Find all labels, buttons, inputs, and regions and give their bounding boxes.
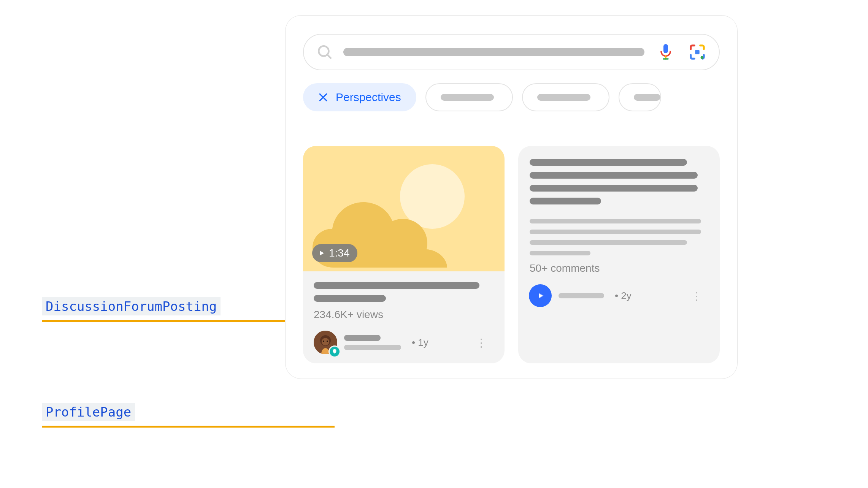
video-duration-text: 1:34	[329, 247, 350, 259]
chip-placeholder-1[interactable]	[425, 83, 513, 111]
result-cards: 1:34 234.6K+ views	[303, 146, 720, 363]
annotation-profile: ProfilePage	[42, 403, 135, 421]
title-line-1	[314, 282, 479, 289]
source-icon[interactable]	[529, 284, 552, 307]
post-title-4	[530, 198, 601, 204]
source-play-icon	[535, 290, 546, 301]
post-title-3	[530, 185, 698, 192]
search-bar[interactable]	[303, 34, 720, 70]
search-results-mock: Perspectives	[285, 15, 738, 379]
chip-perspectives-label: Perspectives	[336, 91, 401, 104]
mic-icon[interactable]	[659, 43, 673, 61]
post-title-1	[530, 159, 687, 166]
source-row: • 2y ⋮	[518, 274, 720, 307]
divider	[286, 129, 737, 129]
source-name	[559, 293, 604, 298]
post-body-4	[530, 251, 590, 255]
svg-rect-5	[695, 50, 700, 54]
lens-icon[interactable]	[689, 43, 706, 61]
creator-avatar[interactable]	[314, 331, 337, 354]
svg-rect-2	[663, 44, 668, 53]
play-icon	[318, 250, 325, 257]
result-card-post[interactable]: 50+ comments • 2y	[518, 146, 720, 363]
more-icon[interactable]: ⋮	[476, 336, 494, 349]
close-icon[interactable]	[318, 92, 328, 102]
post-body-3	[530, 240, 687, 245]
svg-point-13	[327, 341, 328, 342]
chip-perspectives[interactable]: Perspectives	[303, 83, 416, 111]
verified-badge-icon	[330, 347, 340, 356]
result-card-video[interactable]: 1:34 234.6K+ views	[303, 146, 505, 363]
creator-row: • 1y ⋮	[303, 321, 505, 354]
post-body-1	[530, 219, 701, 223]
more-icon-2[interactable]: ⋮	[691, 289, 709, 303]
annotation-discussion: DiscussionForumPosting	[42, 297, 221, 315]
post-body-2	[530, 230, 701, 234]
video-duration-badge: 1:34	[312, 244, 357, 262]
annotation-profile-label: ProfilePage	[42, 403, 135, 421]
chip-placeholder-3[interactable]	[619, 83, 661, 111]
creator-name	[344, 335, 401, 350]
annotation-discussion-label: DiscussionForumPosting	[42, 297, 221, 315]
search-query-placeholder	[343, 48, 644, 56]
comment-count: 50+ comments	[530, 262, 708, 274]
search-icon	[317, 44, 333, 60]
svg-point-11	[322, 338, 329, 345]
post-age: • 1y	[412, 337, 428, 349]
svg-point-12	[323, 341, 324, 342]
video-views: 234.6K+ views	[314, 309, 494, 321]
svg-line-1	[327, 55, 331, 58]
title-line-2	[314, 295, 386, 302]
svg-point-6	[701, 56, 704, 59]
post-age-2: • 2y	[615, 290, 632, 302]
post-title-2	[530, 172, 698, 179]
filter-chips: Perspectives	[303, 83, 720, 111]
video-thumbnail: 1:34	[303, 146, 505, 271]
chip-placeholder-2[interactable]	[522, 83, 609, 111]
annotation-profile-line	[42, 426, 335, 428]
